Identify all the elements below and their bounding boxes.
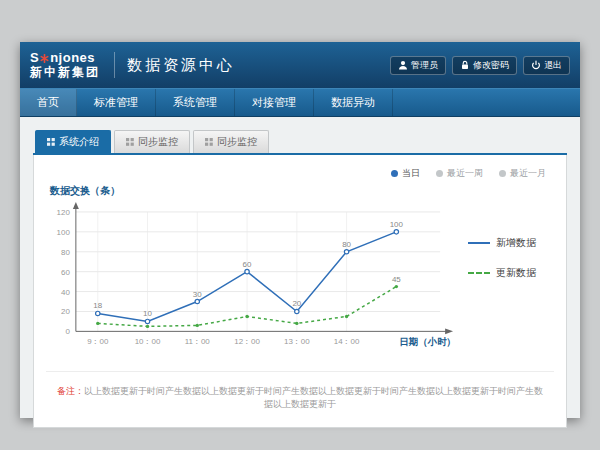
tab-sync-monitor-2[interactable]: 同步监控	[193, 130, 269, 153]
logout-label: 退出	[544, 59, 562, 72]
svg-text:18: 18	[93, 301, 102, 310]
chart-plot-wrapper: 数据交换（条） 0204060801001209：0010：0011：0012：…	[46, 182, 468, 367]
filter-dot-icon	[391, 170, 398, 177]
chart-panel: 当日 最近一周 最近一月 数据交换（条） 0204060801001209：00…	[33, 155, 567, 428]
nav-item-data-change[interactable]: 数据异动	[314, 89, 393, 116]
app-title: 数据资源中心	[127, 56, 235, 75]
main-nav: 首页 标准管理 系统管理 对接管理 数据异动	[20, 88, 580, 117]
svg-text:10: 10	[143, 309, 152, 318]
filter-label: 最近一周	[447, 167, 483, 180]
admin-button[interactable]: 管理员	[390, 56, 446, 75]
dashed-line-swatch-icon	[468, 272, 490, 274]
brand-logo: S njones 新中新集团	[30, 51, 100, 80]
nav-item-standard-mgmt[interactable]: 标准管理	[77, 89, 156, 116]
svg-text:10：00: 10：00	[135, 337, 161, 346]
header-divider	[114, 52, 115, 78]
content-area: 系统介绍 同步监控 同步监控	[20, 117, 580, 428]
svg-text:60: 60	[243, 260, 252, 269]
logout-button[interactable]: 退出	[523, 56, 570, 75]
svg-text:20: 20	[292, 299, 301, 308]
change-password-button[interactable]: 修改密码	[452, 56, 517, 75]
nav-item-system-mgmt[interactable]: 系统管理	[156, 89, 235, 116]
tab-label: 系统介绍	[59, 135, 99, 149]
svg-text:9：00: 9：00	[87, 337, 109, 346]
tab-label: 同步监控	[217, 135, 257, 149]
legend-item-new-data[interactable]: 新增数据	[468, 236, 554, 250]
svg-text:100: 100	[390, 220, 404, 229]
logout-icon	[531, 60, 541, 70]
user-icon	[398, 60, 408, 70]
svg-text:60: 60	[61, 268, 70, 277]
legend-label: 更新数据	[496, 266, 536, 280]
svg-text:11：00: 11：00	[185, 337, 211, 346]
line-chart: 0204060801001209：0010：0011：0012：0013：001…	[46, 200, 468, 367]
legend-item-update-data[interactable]: 更新数据	[468, 266, 554, 280]
lock-icon	[460, 60, 470, 70]
desktop-background: S njones 新中新集团 数据资源中心	[0, 0, 600, 450]
svg-text:14：00: 14：00	[334, 337, 360, 346]
svg-text:80: 80	[342, 240, 351, 249]
brand-prefix: S	[30, 51, 39, 66]
grid-icon	[47, 138, 55, 146]
star-mark-icon	[40, 54, 49, 63]
footnote-prefix: 备注：	[57, 386, 84, 396]
filter-dot-icon	[436, 170, 443, 177]
svg-text:80: 80	[61, 248, 70, 257]
svg-text:日期（小时）: 日期（小时）	[399, 336, 456, 348]
filter-dot-icon	[499, 170, 506, 177]
svg-text:0: 0	[65, 327, 70, 336]
series-legend: 新增数据 更新数据	[468, 236, 554, 314]
nav-item-docking-mgmt[interactable]: 对接管理	[235, 89, 314, 116]
y-axis-title: 数据交换（条）	[50, 184, 468, 198]
company-name: 新中新集团	[30, 66, 100, 80]
legend-label: 新增数据	[496, 236, 536, 250]
grid-icon	[126, 138, 134, 146]
header-actions: 管理员 修改密码 退出	[390, 56, 570, 75]
tab-system-intro[interactable]: 系统介绍	[35, 130, 111, 153]
filter-label: 最近一月	[510, 167, 546, 180]
filter-last-week[interactable]: 最近一周	[436, 167, 483, 180]
admin-button-label: 管理员	[411, 59, 438, 72]
app-window: S njones 新中新集团 数据资源中心	[20, 42, 580, 418]
svg-text:20: 20	[61, 307, 70, 316]
tab-sync-monitor-1[interactable]: 同步监控	[114, 130, 190, 153]
app-header: S njones 新中新集团 数据资源中心	[20, 42, 580, 88]
footnote-text: 以上数据更新于时间产生数据以上数据更新于时间产生数据以上数据更新于时间产生数据以…	[84, 386, 543, 409]
svg-text:13：00: 13：00	[284, 337, 310, 346]
footnote: 备注：以上数据更新于时间产生数据以上数据更新于时间产生数据以上数据更新于时间产生…	[46, 371, 554, 417]
filter-last-month[interactable]: 最近一月	[499, 167, 546, 180]
brand-suffix: njones	[50, 51, 95, 66]
nav-item-home[interactable]: 首页	[20, 89, 77, 116]
svg-text:100: 100	[57, 228, 71, 237]
filter-label: 当日	[402, 167, 420, 180]
chart-area: 数据交换（条） 0204060801001209：0010：0011：0012：…	[46, 182, 554, 367]
tab-bar: 系统介绍 同步监控 同步监控	[33, 130, 567, 155]
brand-wordmark: S njones	[30, 51, 100, 66]
svg-text:30: 30	[193, 290, 202, 299]
tab-label: 同步监控	[138, 135, 178, 149]
solid-line-swatch-icon	[468, 242, 490, 244]
svg-text:120: 120	[57, 208, 71, 217]
range-filters: 当日 最近一周 最近一月	[46, 163, 554, 182]
grid-icon	[205, 138, 213, 146]
svg-text:40: 40	[61, 288, 70, 297]
filter-today[interactable]: 当日	[391, 167, 420, 180]
change-password-label: 修改密码	[473, 59, 509, 72]
svg-text:45: 45	[392, 275, 401, 284]
svg-text:12：00: 12：00	[234, 337, 260, 346]
